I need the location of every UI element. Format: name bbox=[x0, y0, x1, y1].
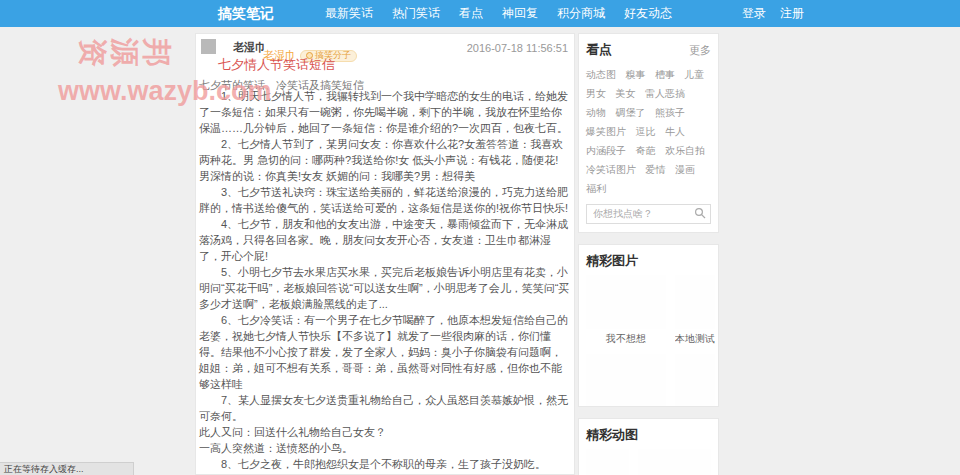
hotspots-title: 看点 bbox=[586, 41, 612, 59]
tag-link[interactable]: 熊孩子 bbox=[655, 104, 685, 121]
article-card: 老湿巾 老湿巾 搞笑分子 2016-07-18 11:56:51 七夕情人节笑话… bbox=[195, 33, 575, 475]
tag-link[interactable]: 雷人恶搞 bbox=[645, 85, 685, 102]
article-paragraph: 此人又问：回送什么礼物给自己女友？ bbox=[199, 424, 571, 440]
photo-item[interactable]: 是时候放个视频了 bbox=[586, 354, 666, 407]
tag-link[interactable]: 糗事 bbox=[625, 66, 645, 83]
article-paragraph: 1、明天七夕情人节，我辗转找到一个我中学暗恋的女生的电话，给她发了一条短信：如果… bbox=[199, 88, 571, 136]
tag-link[interactable]: 漫画 bbox=[675, 161, 695, 178]
post-header: 老湿巾 老湿巾 搞笑分子 2016-07-18 11:56:51 七夕情人节笑话… bbox=[196, 34, 574, 86]
article-body: 1、明天七夕情人节，我辗转找到一个我中学暗恋的女生的电话，给她发了一条短信：如果… bbox=[196, 86, 574, 475]
site-logo[interactable]: 搞笑笔记 bbox=[218, 5, 274, 23]
search-box bbox=[586, 203, 711, 224]
article-paragraph: 4、七夕节，朋友和他的女友出游，中途变天，暴雨倾盆而下，无伞淋成落汤鸡，只得各回… bbox=[199, 216, 571, 264]
author-avatar[interactable] bbox=[201, 39, 216, 54]
tag-link[interactable]: 槽事 bbox=[655, 66, 675, 83]
auth-links: 登录 注册 bbox=[742, 0, 804, 27]
search-input[interactable] bbox=[586, 204, 711, 224]
nav-item-latest-jokes[interactable]: 最新笑话 bbox=[325, 5, 373, 22]
gif-item[interactable]: 当你没有备胎时. bbox=[638, 449, 711, 475]
browser-status-bar: 正在等待存入缓存... bbox=[0, 462, 134, 475]
photos-card: 精彩图片 我不想想 本地测试 是时候放个视频了 测试多图 bbox=[578, 244, 719, 407]
tag-link[interactable]: 福利 bbox=[586, 180, 606, 197]
article-paragraph: 5、小明七夕节去水果店买水果，买完后老板娘告诉小明店里有花卖，小明问“买花干吗”… bbox=[199, 264, 571, 312]
photo-thumbnail[interactable] bbox=[675, 275, 715, 329]
gif-thumbnail[interactable] bbox=[638, 449, 711, 475]
article-paragraph: 7、某人显摆女友七夕送贵重礼物给自己，众人虽怒目羡慕嫉妒恨，然无可奈何。 bbox=[199, 392, 571, 424]
nav-item-highlights[interactable]: 看点 bbox=[459, 5, 483, 22]
login-link[interactable]: 登录 bbox=[742, 5, 766, 22]
tag-link[interactable]: 动物 bbox=[586, 104, 606, 121]
post-date: 2016-07-18 11:56:51 bbox=[467, 42, 568, 54]
photo-caption[interactable]: 本地测试 bbox=[675, 332, 715, 346]
tag-link[interactable]: 男女 bbox=[586, 85, 606, 102]
tag-link[interactable]: 碉堡了 bbox=[615, 104, 645, 121]
top-navbar: 搞笑笔记 最新笑话 热门笑话 看点 神回复 积分商城 好友动态 登录 注册 bbox=[0, 0, 960, 27]
tag-link[interactable]: 动态图 bbox=[586, 66, 616, 83]
article-paragraph: 6、七夕冷笑话：有一个男子在七夕节喝醉了，他原本想发短信给自己的老婆，祝她七夕情… bbox=[199, 312, 571, 392]
author-name[interactable]: 老湿巾 bbox=[233, 40, 266, 55]
hotspots-more-link[interactable]: 更多 bbox=[689, 43, 711, 58]
sidebar: 看点 更多 动态图 糗事 槽事 儿童 男女 美女 雷人恶搞 动物 碉堡了 熊孩子… bbox=[578, 33, 719, 475]
tag-link[interactable]: 逗比 bbox=[635, 123, 655, 140]
register-link[interactable]: 注册 bbox=[780, 5, 804, 22]
photo-thumbnail[interactable] bbox=[675, 354, 715, 407]
tag-link[interactable]: 内涵段子 bbox=[586, 142, 626, 159]
tag-link[interactable]: 冷笑话图片 bbox=[586, 161, 636, 178]
article-paragraph: 2、七夕情人节到了，某男问女友：你喜欢什么花?女羞答答道：我喜欢两种花。男 急切… bbox=[199, 136, 571, 184]
article-paragraph: 一高人突然道：送愤怒的小鸟。 bbox=[199, 440, 571, 456]
tag-link[interactable]: 奇葩 bbox=[635, 142, 655, 159]
photo-item[interactable]: 本地测试 bbox=[675, 275, 715, 346]
post-title[interactable]: 七夕情人节笑话短信 bbox=[218, 56, 335, 74]
article-paragraph: 8、七夕之夜，牛郎抱怨织女是个不称职的母亲，生了孩子没奶吃。 bbox=[199, 456, 571, 472]
nav-item-points-mall[interactable]: 积分商城 bbox=[557, 5, 605, 22]
photo-item[interactable]: 我不想想 bbox=[586, 275, 666, 346]
gif-item[interactable]: 本地 bbox=[586, 449, 629, 475]
gifs-card: 精彩动图 本地 当你没有备胎时. 人在哪里 七牛云 bbox=[578, 418, 719, 475]
article-paragraph: 3、七夕节送礼诀窍：珠宝送给美丽的，鲜花送给浪漫的，巧克力送给肥胖的，情书送给傻… bbox=[199, 184, 571, 216]
gifs-header: 精彩动图 bbox=[586, 426, 711, 444]
photo-caption[interactable]: 我不想想 bbox=[586, 332, 666, 346]
nav-item-replies[interactable]: 神回复 bbox=[502, 5, 538, 22]
photo-thumbnail[interactable] bbox=[586, 275, 666, 329]
photo-thumbnail[interactable] bbox=[586, 354, 666, 407]
tag-link[interactable]: 美女 bbox=[615, 85, 635, 102]
tag-link[interactable]: 儿童 bbox=[684, 66, 704, 83]
gif-thumbnail[interactable] bbox=[586, 449, 629, 475]
photos-grid: 我不想想 本地测试 是时候放个视频了 测试多图 bbox=[586, 275, 711, 407]
photo-item[interactable]: 测试多图 bbox=[675, 354, 715, 407]
tag-cloud: 动态图 糗事 槽事 儿童 男女 美女 雷人恶搞 动物 碉堡了 熊孩子 爆笑图片 … bbox=[586, 64, 711, 197]
photos-header: 精彩图片 bbox=[586, 252, 711, 270]
tag-link[interactable]: 欢乐自拍 bbox=[665, 142, 705, 159]
tag-link[interactable]: 爆笑图片 bbox=[586, 123, 626, 140]
tag-link[interactable]: 牛人 bbox=[665, 123, 685, 140]
photos-title: 精彩图片 bbox=[586, 252, 638, 270]
nav-item-hot-jokes[interactable]: 热门笑话 bbox=[392, 5, 440, 22]
tag-link[interactable]: 爱情 bbox=[645, 161, 665, 178]
hotspots-card: 看点 更多 动态图 糗事 槽事 儿童 男女 美女 雷人恶搞 动物 碉堡了 熊孩子… bbox=[578, 33, 719, 233]
nav-item-friend-activity[interactable]: 好友动态 bbox=[624, 5, 672, 22]
post-subtitle: 七夕节的笑话、冷笑话及搞笑短信 bbox=[199, 78, 364, 93]
main-nav: 最新笑话 热门笑话 看点 神回复 积分商城 好友动态 bbox=[325, 0, 672, 27]
gifs-grid: 本地 当你没有备胎时. 人在哪里 七牛云 bbox=[586, 449, 711, 475]
search-icon[interactable] bbox=[694, 207, 706, 219]
hotspots-header: 看点 更多 bbox=[586, 41, 711, 59]
gifs-title: 精彩动图 bbox=[586, 426, 638, 444]
